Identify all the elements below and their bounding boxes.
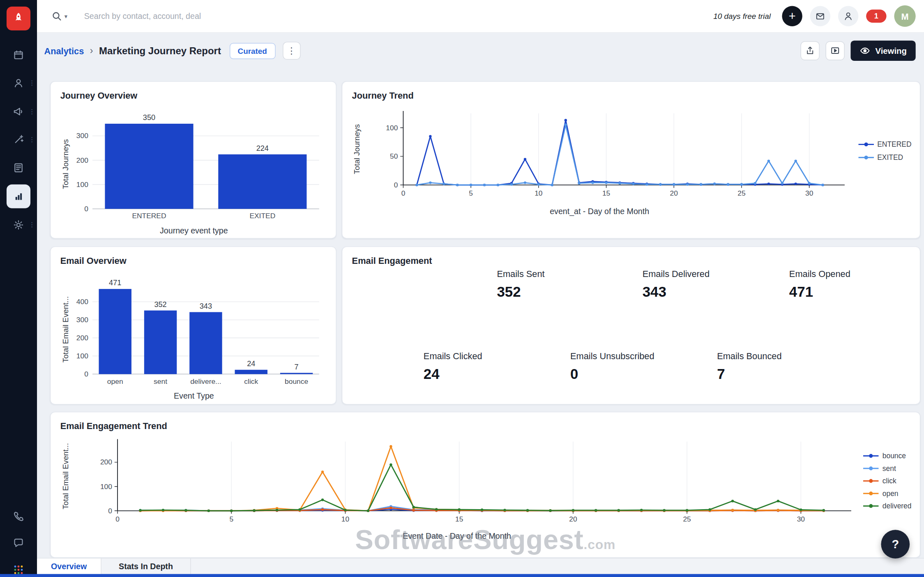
sidebar-item-automation[interactable] — [0, 128, 37, 152]
topbar: ▾ 10 days free trial + 1 M — [37, 0, 924, 33]
play-icon — [830, 45, 841, 56]
svg-text:350: 350 — [143, 113, 155, 122]
page-title: Marketing Journey Report — [99, 45, 221, 57]
x-axis-label: Journey event type — [60, 226, 327, 235]
help-button[interactable]: ? — [881, 530, 910, 559]
legend-item-delivered[interactable]: delivered — [863, 502, 911, 510]
svg-text:24: 24 — [247, 360, 255, 368]
svg-text:10: 10 — [535, 189, 542, 197]
sidebar-item-settings[interactable] — [0, 213, 37, 237]
legend-label: EXITED — [877, 153, 903, 162]
plus-icon: + — [789, 10, 796, 22]
global-search[interactable]: ▾ — [51, 11, 341, 21]
user-avatar[interactable]: M — [894, 5, 915, 27]
breadcrumb-analytics[interactable]: Analytics — [44, 46, 84, 56]
assistant-button[interactable] — [838, 6, 858, 26]
legend-item-ENTERED[interactable]: ENTERED — [858, 140, 912, 148]
sidebar-item-chat[interactable] — [0, 531, 37, 555]
kebab-icon: ⋮ — [287, 45, 296, 56]
active-nav-highlight — [7, 185, 30, 208]
gear-icon — [12, 219, 24, 231]
legend-label: ENTERED — [877, 140, 911, 148]
kpi-emails-opened: Emails Opened 471 — [789, 268, 850, 300]
svg-text:25: 25 — [683, 515, 691, 523]
svg-text:Total Email Event...: Total Email Event... — [61, 443, 70, 509]
tab-overview[interactable]: Overview — [37, 559, 101, 574]
sidebar-item-campaigns[interactable] — [0, 99, 37, 123]
svg-text:sent: sent — [154, 377, 167, 385]
search-caret-icon[interactable]: ▾ — [65, 13, 67, 19]
chart-legend: bouncesentclickopendelivered — [863, 452, 911, 510]
viewing-label: Viewing — [875, 46, 906, 55]
megaphone-icon — [12, 106, 24, 118]
report-canvas: Journey Overview 0100200300350ENTERED224… — [37, 69, 924, 558]
svg-text:30: 30 — [797, 515, 805, 523]
legend-swatch-icon — [863, 503, 879, 509]
curated-badge: Curated — [229, 43, 275, 59]
journey-overview-chart: 0100200300350ENTERED224EXITEDTotal Journ… — [60, 105, 327, 224]
chat-bubble-icon — [12, 537, 24, 549]
svg-text:224: 224 — [256, 144, 269, 152]
viewing-button[interactable]: Viewing — [851, 41, 916, 61]
svg-text:Total Journeys: Total Journeys — [61, 139, 70, 189]
legend-swatch-icon — [858, 141, 874, 148]
svg-text:0: 0 — [84, 370, 88, 378]
report-header: Analytics › Marketing Journey Report Cur… — [37, 33, 924, 69]
legend-item-sent[interactable]: sent — [863, 464, 911, 473]
svg-text:open: open — [107, 377, 123, 385]
bottom-accent-bar — [0, 574, 924, 577]
sidebar-item-templates[interactable] — [0, 156, 37, 180]
svg-text:0: 0 — [401, 189, 406, 197]
svg-text:7: 7 — [295, 363, 299, 371]
card-title: Journey Overview — [60, 90, 327, 100]
tab-stats-in-depth[interactable]: Stats In Depth — [101, 559, 191, 574]
email-button[interactable] — [810, 6, 830, 26]
svg-text:bounce: bounce — [285, 377, 308, 385]
legend-item-EXITED[interactable]: EXITED — [858, 153, 912, 162]
report-options-button[interactable]: ⋮ — [283, 42, 301, 60]
sidebar-item-analytics[interactable] — [0, 185, 37, 208]
svg-text:EXITED: EXITED — [249, 212, 275, 220]
legend-item-open[interactable]: open — [863, 489, 911, 498]
svg-text:30: 30 — [805, 189, 813, 197]
svg-text:300: 300 — [76, 132, 88, 140]
svg-text:5: 5 — [469, 189, 473, 197]
present-button[interactable] — [826, 41, 845, 60]
app-logo[interactable] — [7, 7, 30, 30]
bar-chart-icon — [12, 190, 24, 202]
svg-text:100: 100 — [100, 482, 112, 491]
app-window: ▾ 10 days free trial + 1 M Analytics — [0, 0, 924, 577]
legend-label: click — [883, 477, 896, 485]
svg-text:15: 15 — [455, 515, 463, 523]
kpi-emails-delivered: Emails Delivered 343 — [643, 268, 710, 300]
chart-legend: ENTEREDEXITED — [858, 140, 912, 162]
legend-swatch-icon — [858, 155, 874, 161]
svg-text:0: 0 — [115, 515, 120, 523]
kpi-emails-unsubscribed: Emails Unsubscribed 0 — [570, 351, 654, 383]
notification-badge[interactable]: 1 — [866, 9, 886, 23]
svg-text:50: 50 — [390, 152, 398, 160]
create-button[interactable]: + — [782, 6, 802, 26]
svg-text:20: 20 — [569, 515, 577, 523]
sidebar-item-calls[interactable] — [0, 504, 37, 528]
export-button[interactable] — [801, 41, 820, 60]
item-options-icon — [29, 136, 35, 143]
kpi-emails-clicked: Emails Clicked 24 — [424, 351, 482, 383]
svg-text:delivere...: delivere... — [190, 377, 221, 385]
email-engagement-trend-chart: 0100200051015202530Total Email Event... — [60, 436, 854, 530]
legend-item-bounce[interactable]: bounce — [863, 452, 911, 460]
svg-text:352: 352 — [154, 300, 166, 309]
x-axis-label: Event Date - Day of the Month — [60, 532, 854, 541]
search-input[interactable] — [84, 12, 341, 21]
svg-text:10: 10 — [341, 515, 349, 523]
legend-label: bounce — [883, 452, 906, 460]
svg-text:300: 300 — [76, 316, 88, 324]
form-icon — [12, 162, 24, 173]
person-icon — [843, 11, 854, 21]
sidebar-item-calendar[interactable] — [0, 43, 37, 67]
svg-text:Total Email Event...: Total Email Event... — [61, 296, 70, 362]
chevron-right-icon: › — [90, 45, 93, 56]
sidebar-item-contacts[interactable] — [0, 71, 37, 95]
svg-text:200: 200 — [76, 156, 88, 164]
legend-item-click[interactable]: click — [863, 477, 911, 485]
